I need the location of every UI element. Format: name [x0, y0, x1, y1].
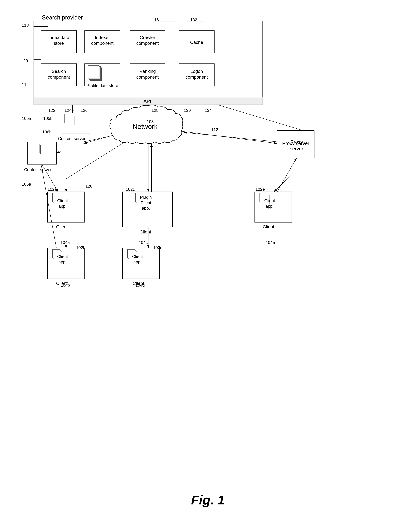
svg-line-23: [84, 134, 118, 142]
ref-132: 132: [190, 17, 197, 22]
svg-line-36: [182, 131, 277, 143]
ref-116: 116: [152, 17, 159, 22]
ref-104a: 104a: [60, 240, 70, 245]
content-server-b-label: Content server: [56, 136, 88, 141]
svg-rect-26: [67, 116, 74, 125]
ref-105b: 105b: [43, 116, 53, 121]
svg-text:Network: Network: [133, 123, 158, 130]
svg-line-56: [274, 171, 296, 192]
ref-118: 118: [22, 23, 29, 28]
ref-104e: 104e: [266, 240, 275, 245]
svg-rect-12: [89, 66, 100, 79]
client-102a-label: Client: [56, 224, 68, 229]
indexer-component-label: Indexer component: [86, 35, 118, 46]
ref-114: 114: [22, 82, 29, 87]
client-102e-label: Client: [263, 224, 274, 229]
svg-rect-11: [90, 68, 102, 81]
svg-rect-31: [32, 144, 39, 153]
ref-126: 126: [81, 108, 87, 113]
ref-106b: 106b: [42, 130, 52, 134]
svg-line-33: [57, 152, 61, 153]
client-102c-label: Client: [140, 229, 151, 235]
ref-102e: 102e: [255, 187, 265, 192]
ref-112: 112: [211, 127, 218, 132]
svg-rect-29: [27, 142, 56, 164]
ref-120: 120: [21, 58, 28, 63]
proxy-server-box-label: Proxyserver: [279, 139, 315, 152]
svg-line-37: [184, 133, 277, 142]
client-102c-app-label: PluginClientapp.: [134, 195, 158, 211]
ref-102b: 102b: [76, 245, 86, 250]
ref-104b: 104b: [61, 283, 70, 288]
ranking-component-label: Ranking component: [131, 68, 164, 80]
svg-line-39: [66, 143, 123, 179]
svg-line-38: [218, 105, 303, 131]
svg-rect-13: [88, 66, 99, 78]
svg-rect-25: [61, 113, 90, 134]
index-data-store-label: Index data store: [43, 35, 75, 46]
svg-line-57: [277, 158, 297, 192]
svg-rect-32: [31, 143, 38, 152]
diagram-container: Network: [13, 10, 403, 517]
profile-data-store-label: Profile data store: [86, 83, 118, 88]
ref-104c: 104c: [139, 240, 148, 245]
ref-104d: 104d: [135, 283, 145, 288]
client-102a-app-label: Clientapp.: [53, 198, 72, 209]
ref-122: 122: [48, 108, 55, 113]
ref-102d: 102d: [153, 245, 163, 250]
ref-124: 124: [65, 108, 71, 113]
logon-component-label: Logon component: [181, 68, 213, 80]
svg-line-22: [84, 135, 113, 143]
cache-label: Cache: [181, 39, 213, 45]
svg-rect-27: [66, 115, 73, 124]
ref-102a: 102a: [48, 187, 57, 192]
svg-rect-4: [34, 21, 263, 105]
ref-105a: 105a: [22, 116, 31, 121]
svg-rect-28: [65, 114, 72, 123]
figure-label: Fig. 1: [191, 493, 225, 507]
client-102e-app-label: Clientapp.: [260, 198, 279, 209]
crawler-component-label: Crawler component: [131, 35, 164, 46]
svg-rect-30: [33, 145, 40, 154]
ref-134: 134: [205, 108, 212, 113]
ref-106a: 106a: [22, 182, 31, 187]
ref-130: 130: [184, 108, 191, 113]
search-provider-label: Search provider: [42, 14, 83, 21]
client-102b-app-label: Clientapp.: [53, 254, 72, 265]
content-server-a-label: Content server: [22, 167, 54, 172]
ref-128-top: 128: [152, 108, 158, 113]
ref-128-mid: 128: [86, 184, 92, 189]
api-label: API: [144, 98, 151, 104]
search-component-label: Search component: [43, 68, 75, 80]
ref-108: 108: [147, 119, 154, 124]
ref-102c: 102c: [126, 187, 135, 192]
client-102d-app-label: Clientapp.: [128, 254, 147, 265]
svg-rect-10: [85, 64, 120, 86]
